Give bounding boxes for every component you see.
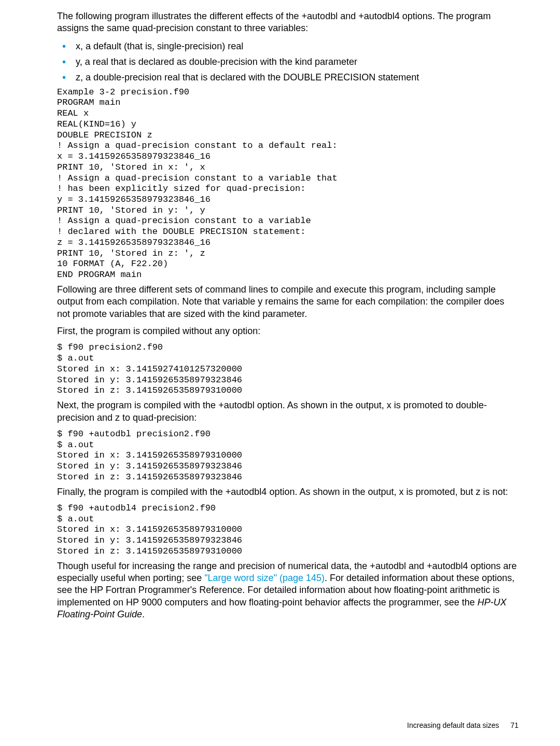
bullet-y: y, a real that is declared as double-pre… <box>57 56 519 68</box>
page-footer: Increasing default data sizes 71 <box>407 721 519 729</box>
code-output-default: $ f90 precision2.f90 $ a.out Stored in x… <box>57 342 519 396</box>
footer-page-number: 71 <box>510 721 519 729</box>
bullet-x: x, a default (that is, single-precision)… <box>57 40 519 52</box>
paragraph-following: Following are three different sets of co… <box>57 284 519 320</box>
paragraph-autodbl: Next, the program is compiled with the +… <box>57 399 519 424</box>
footer-section-label: Increasing default data sizes <box>407 721 499 729</box>
bullet-z: z, a double-precision real that is decla… <box>57 71 519 84</box>
code-output-autodbl: $ f90 +autodbl precision2.f90 $ a.out St… <box>57 429 519 483</box>
closing-text-c: . <box>142 609 145 619</box>
code-example-program: Example 3-2 precision.f90 PROGRAM main R… <box>57 87 519 281</box>
large-word-size-link[interactable]: "Large word size" (page 145) <box>204 573 325 583</box>
intro-paragraph: The following program illustrates the di… <box>57 10 519 35</box>
variable-list: x, a default (that is, single-precision)… <box>57 40 519 84</box>
code-output-autodbl4: $ f90 +autodbl4 precision2.f90 $ a.out S… <box>57 503 519 557</box>
paragraph-autodbl4: Finally, the program is compiled with th… <box>57 486 519 498</box>
paragraph-first-compile: First, the program is compiled without a… <box>57 325 519 337</box>
paragraph-closing: Though useful for increasing the range a… <box>57 560 519 621</box>
